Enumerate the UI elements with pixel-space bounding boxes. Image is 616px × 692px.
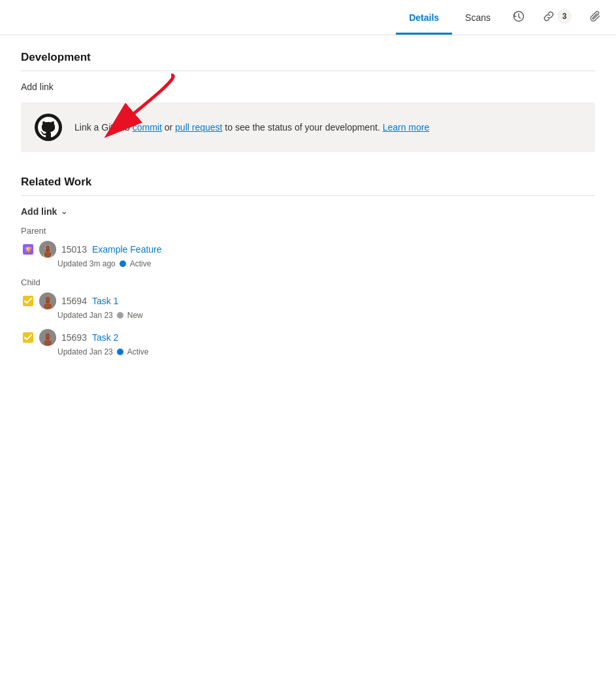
status-dot-15013: [120, 260, 126, 267]
pull-request-link[interactable]: pull request: [175, 122, 222, 133]
links-badge: 3: [557, 9, 572, 24]
work-item-id-15694: 15694: [61, 296, 87, 306]
development-title: Development: [21, 51, 595, 64]
tab-attachment[interactable]: [581, 0, 611, 35]
development-add-link[interactable]: Add link: [21, 82, 54, 92]
svg-point-9: [44, 252, 52, 258]
tab-bar: Details Scans 3: [0, 0, 616, 35]
work-item-meta-15693: Updated Jan 23 Active: [22, 347, 595, 356]
status-dot-15693: [117, 349, 123, 355]
work-item-15694: 15694 Task 1 Updated Jan 23 New: [21, 292, 595, 320]
task-icon-15694: [22, 295, 34, 307]
github-info-box: Link a GitHub commit or pull request to …: [21, 102, 595, 152]
relation-type-parent: Parent: [21, 226, 595, 236]
task-icon-15693: [22, 332, 34, 343]
svg-point-14: [44, 304, 52, 309]
relation-type-child: Child: [21, 277, 595, 287]
work-item-meta-15013: Updated 3m ago Active: [22, 259, 595, 268]
link-icon: [543, 10, 555, 22]
work-item-15013: 🏆: [21, 241, 595, 268]
learn-more-link[interactable]: Learn more: [383, 122, 430, 133]
paperclip-icon: [590, 10, 602, 22]
work-item-meta-15694: Updated Jan 23 New: [22, 311, 595, 320]
work-item-id-15013: 15013: [61, 244, 87, 255]
feature-icon: 🏆: [22, 244, 34, 255]
tab-history[interactable]: [504, 0, 534, 35]
related-work-title: Related Work: [21, 176, 595, 189]
svg-point-19: [44, 340, 52, 346]
work-item-title-15693[interactable]: Task 2: [92, 332, 118, 343]
work-item-title-15694[interactable]: Task 1: [92, 296, 118, 306]
main-content: Development Add link: [0, 35, 616, 381]
development-section: Development Add link: [21, 51, 595, 152]
avatar-15694: [39, 292, 56, 309]
work-item-title-15013[interactable]: Example Feature: [92, 244, 162, 255]
svg-text:🏆: 🏆: [25, 246, 33, 254]
related-work-section: Related Work Add link ⌄ Parent 🏆: [21, 176, 595, 356]
work-item-15693: 15693 Task 2 Updated Jan 23 Active: [21, 329, 595, 356]
work-item-id-15693: 15693: [61, 332, 87, 343]
avatar-15693: [39, 329, 56, 346]
chevron-down-icon: ⌄: [61, 207, 67, 216]
avatar-15013: [39, 241, 56, 258]
commit-link[interactable]: commit: [133, 122, 162, 133]
related-add-link[interactable]: Add link ⌄: [21, 206, 595, 217]
status-dot-15694: [117, 312, 123, 319]
tab-details[interactable]: Details: [396, 0, 452, 35]
development-divider: [21, 71, 595, 71]
history-icon: [513, 10, 525, 22]
related-work-divider: [21, 195, 595, 196]
github-info-text: Link a GitHub commit or pull request to …: [74, 121, 429, 134]
development-add-link-row: Add link: [21, 82, 54, 92]
tab-scans[interactable]: Scans: [452, 0, 504, 35]
github-logo: [34, 113, 63, 142]
tab-links[interactable]: 3: [534, 0, 581, 35]
